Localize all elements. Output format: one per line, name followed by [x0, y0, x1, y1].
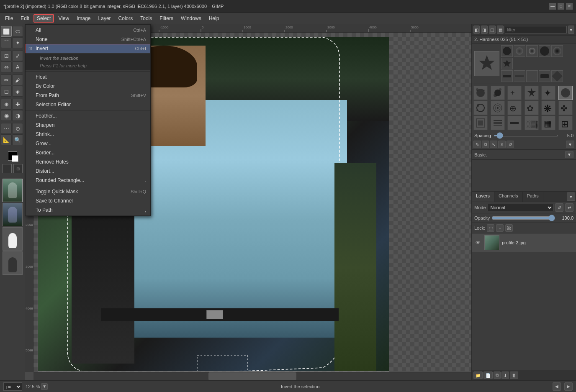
tool-zoom[interactable]: 🔍 — [12, 134, 23, 145]
tool-transform[interactable]: ⤢ — [12, 50, 23, 61]
brush-cell-4[interactable] — [551, 45, 563, 57]
menu-item-rounded-rect[interactable]: Rounded Rectangle... . — [26, 176, 150, 185]
minimize-button[interactable]: — — [549, 3, 556, 10]
tool-free-select[interactable]: ⌒ — [1, 37, 12, 48]
mode-reset-btn[interactable]: ↺ — [555, 203, 563, 212]
brush-mode-chevron[interactable]: ▼ — [565, 151, 573, 158]
tool-ellipse-select[interactable]: ⬭ — [12, 26, 23, 37]
foreground-color[interactable] — [8, 151, 17, 161]
brush-grid-cell-1[interactable] — [491, 86, 505, 100]
brush-grid-cell-14[interactable] — [507, 116, 522, 130]
quick-mask-indicator[interactable] — [3, 164, 12, 173]
window-controls[interactable]: — □ ✕ — [549, 3, 573, 10]
background-color[interactable] — [12, 155, 18, 162]
duplicate-layer-btn[interactable]: ⧉ — [494, 372, 501, 379]
brush-menu-btn[interactable]: ▼ — [566, 141, 574, 148]
lock-alpha-btn[interactable]: + — [496, 224, 504, 232]
brush-cell-7[interactable] — [514, 70, 525, 82]
menu-item-by-color[interactable]: By Color — [26, 82, 150, 91]
brush-delete-btn[interactable]: ✕ — [498, 141, 506, 148]
brush-grid-cell-2[interactable]: + — [507, 86, 522, 100]
mode-switch-btn[interactable]: ⇄ — [565, 203, 573, 212]
tab-channels[interactable]: Channels — [494, 192, 522, 202]
tool-text[interactable]: A — [12, 61, 23, 72]
brush-grid-cell-17[interactable]: ⊞ — [558, 116, 573, 130]
delete-layer-btn[interactable]: 🗑 — [510, 372, 518, 379]
layer-visibility-toggle[interactable]: 👁 — [474, 239, 482, 246]
menu-item-shrink[interactable]: Shrink... — [26, 130, 150, 139]
menu-image[interactable]: Image — [73, 14, 94, 23]
menu-item-save-to-channel[interactable]: Save to Channel — [26, 196, 150, 205]
brush-cell-0[interactable] — [501, 45, 513, 57]
new-layer-group-btn[interactable]: 📁 — [473, 372, 483, 379]
brush-grid-cell-10[interactable]: ❋ — [541, 101, 555, 115]
brush-cell-8[interactable] — [526, 70, 538, 82]
brush-cell-6[interactable] — [501, 70, 513, 82]
tab-layers[interactable]: Layers — [472, 192, 494, 202]
menu-item-all[interactable]: All Ctrl+A — [26, 26, 150, 35]
new-layer-btn[interactable]: 📄 — [483, 372, 493, 379]
tool-paths[interactable]: ⋯ — [1, 123, 12, 134]
menu-file[interactable]: File — [2, 14, 16, 23]
tool-rect-select[interactable]: ⬜ — [1, 26, 12, 37]
brush-grid-cell-13[interactable] — [491, 116, 505, 130]
screen-mode-indicator[interactable]: ⊞ — [13, 164, 23, 173]
tool-measure[interactable]: 📐 — [1, 134, 12, 145]
hscroll-thumb[interactable] — [208, 372, 296, 380]
brush-refresh-btn[interactable]: ↺ — [507, 141, 514, 148]
brush-grid-cell-15[interactable]: ░▒▓ — [525, 116, 539, 130]
brush-cell-5[interactable] — [501, 58, 513, 69]
menu-tools[interactable]: Tools — [137, 14, 155, 23]
brushes-filter-input[interactable] — [505, 26, 567, 33]
tool-clone[interactable]: ⊕ — [1, 99, 12, 110]
brush-duplicate-btn[interactable]: ⧉ — [482, 141, 489, 148]
brush-grid-cell-7[interactable] — [491, 101, 505, 115]
image-thumb-1[interactable] — [3, 179, 23, 202]
tool-fill[interactable]: ◈ — [12, 86, 23, 97]
image-thumb-4[interactable] — [3, 251, 23, 275]
menu-item-distort[interactable]: Distort... — [26, 167, 150, 176]
brush-cell-1[interactable] — [514, 45, 525, 57]
menu-item-toggle-quick-mask[interactable]: Toggle Quick Mask Shift+Q — [26, 187, 150, 196]
menu-item-grow[interactable]: Grow... — [26, 139, 150, 148]
brushes-icon-2[interactable]: ◨ — [481, 26, 487, 34]
status-nav-left[interactable]: ◀ — [553, 382, 561, 391]
opacity-slider[interactable] — [491, 215, 555, 221]
brush-grid-cell-3[interactable] — [525, 86, 539, 100]
menu-item-from-path[interactable]: From Path Shift+V — [26, 91, 150, 100]
brush-grid-cell-16[interactable]: ▦ — [541, 116, 555, 130]
menu-layer[interactable]: Layer — [95, 14, 114, 23]
brush-grid-cell-6[interactable] — [473, 101, 488, 115]
tab-paths[interactable]: Paths — [523, 192, 543, 202]
close-button[interactable]: ✕ — [566, 3, 573, 10]
brush-grid-cell-8[interactable]: ⊕ — [507, 101, 522, 115]
tool-paint[interactable]: 🖌 — [12, 74, 23, 85]
menu-item-sharpen[interactable]: Sharpen — [26, 120, 150, 130]
tool-fuzzy-select[interactable]: ✦ — [12, 37, 23, 48]
brush-grid-cell-5[interactable] — [558, 86, 573, 100]
menu-view[interactable]: View — [55, 14, 72, 23]
menu-item-none[interactable]: None Shift+Ctrl+A — [26, 35, 150, 44]
menu-colors[interactable]: Colors — [115, 14, 136, 23]
brush-cell-2[interactable] — [526, 45, 538, 57]
merge-layer-btn[interactable]: ⬇ — [501, 372, 509, 379]
menu-item-float[interactable]: Float — [26, 72, 150, 82]
menu-item-selection-editor[interactable]: Selection Editor — [26, 100, 150, 109]
brushes-icon-3[interactable]: ◫ — [489, 26, 496, 34]
menu-filters[interactable]: Filters — [156, 14, 177, 23]
unit-select[interactable]: px mm in — [3, 382, 22, 391]
menu-item-remove-holes[interactable]: Remove Holes — [26, 157, 150, 167]
spacing-slider[interactable] — [494, 135, 558, 136]
brush-edit-btn[interactable]: ✎ — [473, 141, 481, 148]
image-thumb-2[interactable] — [3, 203, 23, 226]
menu-edit[interactable]: Edit — [17, 14, 33, 23]
image-thumb-3[interactable] — [3, 227, 23, 251]
brush-grid-cell-4[interactable]: ✦ — [541, 86, 555, 100]
brush-grid-cell-11[interactable]: ✤ — [558, 101, 573, 115]
brush-grid-cell-12[interactable] — [473, 116, 488, 130]
brush-cell-9[interactable] — [539, 70, 550, 82]
brushes-chevron[interactable]: ▼ — [568, 26, 574, 34]
menu-item-to-path[interactable]: To Path , — [26, 205, 150, 215]
layers-panel-menu[interactable]: ▼ — [567, 192, 575, 201]
status-nav-right[interactable]: ▶ — [564, 382, 573, 391]
